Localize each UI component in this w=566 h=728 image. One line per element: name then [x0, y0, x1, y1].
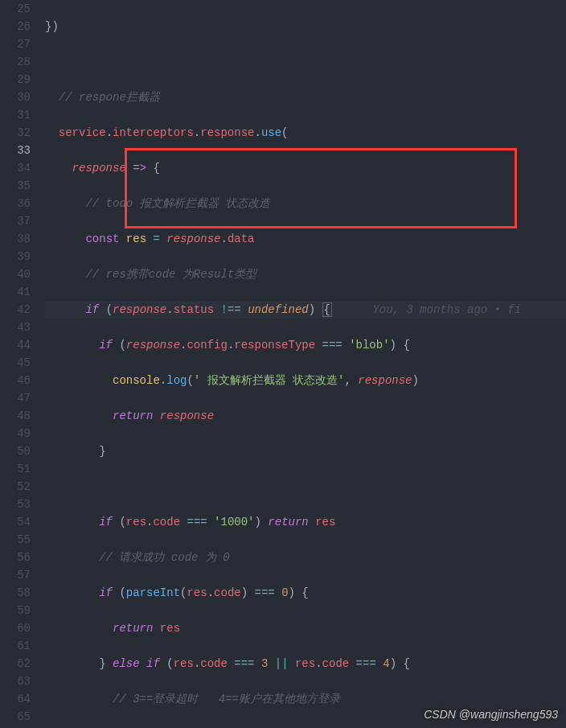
code-line[interactable]: // 3==登录超时 4==账户在其他地方登录 — [45, 690, 566, 708]
token: console — [113, 374, 160, 387]
line-number: 62 — [0, 655, 31, 672]
line-number: 31 — [0, 106, 31, 124]
token: response — [126, 339, 180, 352]
line-number-active: 33 — [0, 142, 31, 159]
token: interceptors — [113, 126, 194, 139]
code-line-active[interactable]: if (response.status !== undefined) { You… — [45, 301, 566, 319]
token: } — [99, 445, 105, 458]
git-blame-annotation: You, 3 months ago • fi — [372, 303, 521, 316]
token: code — [322, 657, 350, 670]
token: return — [113, 622, 153, 635]
code-line[interactable] — [45, 53, 566, 71]
code-editor[interactable]: 25 26 27 28 29 30 31 32 33 34 35 36 37 3… — [0, 0, 566, 728]
line-number: 53 — [0, 496, 31, 513]
line-number: 56 — [0, 549, 31, 566]
token: 'blob' — [349, 339, 389, 352]
token: 3 — [261, 657, 268, 670]
token: res — [295, 657, 315, 670]
token: const — [85, 232, 119, 245]
line-number: 45 — [0, 354, 31, 372]
line-number: 46 — [0, 372, 31, 389]
line-number: 49 — [0, 425, 31, 442]
token: status — [174, 303, 214, 316]
code-line[interactable]: console.log(' 报文解析拦截器 状态改造', response) — [45, 372, 566, 389]
line-number: 57 — [0, 566, 31, 584]
line-number-gutter: 25 26 27 28 29 30 31 32 33 34 35 36 37 3… — [0, 0, 45, 728]
token: }) — [45, 20, 59, 33]
line-number: 58 — [0, 584, 31, 602]
line-number: 52 — [0, 478, 31, 496]
line-number: 40 — [0, 265, 31, 283]
code-line[interactable]: if (response.config.responseType === 'bl… — [45, 336, 566, 354]
comment-token: // respone拦截器 — [59, 91, 160, 104]
token: res — [126, 516, 146, 529]
line-number: 28 — [0, 53, 31, 71]
code-line[interactable]: const res = response.data — [45, 230, 566, 248]
token: return — [268, 516, 308, 529]
token: response — [166, 232, 220, 245]
code-line[interactable]: return res — [45, 619, 566, 637]
line-number: 54 — [0, 513, 31, 531]
line-number: 44 — [0, 336, 31, 354]
line-number: 39 — [0, 248, 31, 265]
line-number: 51 — [0, 460, 31, 478]
line-number: 36 — [0, 195, 31, 212]
line-number: 42 — [0, 301, 31, 319]
token: else if — [113, 657, 160, 670]
code-line[interactable]: // todo 报文解析拦截器 状态改造 — [45, 195, 566, 212]
code-line[interactable]: // res携带code 为Result类型 — [45, 265, 566, 283]
token: undefined — [248, 303, 309, 316]
line-number: 48 — [0, 407, 31, 425]
line-number: 61 — [0, 637, 31, 655]
token: data — [228, 232, 255, 245]
code-line[interactable]: response => { — [45, 159, 566, 177]
code-line[interactable] — [45, 478, 566, 496]
token: responseType — [234, 339, 315, 352]
line-number: 59 — [0, 602, 31, 619]
code-line[interactable]: if (parseInt(res.code) === 0) { — [45, 584, 566, 602]
code-line[interactable]: return response — [45, 407, 566, 425]
comment-token: // 3==登录超时 4==账户在其他地方登录 — [113, 693, 340, 705]
token: res — [160, 622, 180, 635]
token: use — [261, 126, 281, 139]
token: response — [113, 303, 166, 316]
line-number: 50 — [0, 442, 31, 460]
token: code — [153, 516, 180, 529]
code-line[interactable]: // respone拦截器 — [45, 88, 566, 106]
code-line[interactable]: }) — [45, 18, 566, 35]
token: parseInt — [126, 586, 180, 599]
token: 4 — [383, 657, 389, 670]
token: res — [126, 232, 146, 245]
comment-token: // todo 报文解析拦截器 状态改造 — [85, 197, 270, 210]
comment-token: // 请求成功 code 为 0 — [99, 551, 229, 564]
code-area[interactable]: }) // respone拦截器 service.interceptors.re… — [45, 0, 566, 728]
code-line[interactable]: service.interceptors.response.use( — [45, 124, 566, 142]
line-number: 60 — [0, 619, 31, 637]
code-line[interactable]: } — [45, 442, 566, 460]
line-number: 64 — [0, 690, 31, 708]
line-number: 30 — [0, 88, 31, 106]
token: return — [113, 409, 153, 422]
code-line[interactable]: if (res.code === '1000') return res — [45, 513, 566, 531]
token: response — [200, 126, 254, 139]
code-line[interactable]: } else if (res.code === 3 || res.code ==… — [45, 655, 566, 672]
token: response — [358, 374, 412, 387]
token: response — [160, 409, 214, 422]
line-number: 55 — [0, 531, 31, 549]
line-number: 65 — [0, 708, 31, 726]
token: res — [174, 657, 194, 670]
token: res — [315, 516, 335, 529]
token: '1000' — [214, 516, 254, 529]
line-number: 27 — [0, 35, 31, 53]
code-line[interactable]: // 请求成功 code 为 0 — [45, 549, 566, 566]
line-number: 41 — [0, 283, 31, 301]
line-number: 43 — [0, 319, 31, 336]
line-number: 47 — [0, 389, 31, 407]
line-number: 32 — [0, 124, 31, 142]
comment-token: // res携带code 为Result类型 — [85, 268, 256, 281]
line-number: 37 — [0, 212, 31, 230]
token: response — [72, 162, 126, 175]
token: code — [214, 586, 241, 599]
line-number: 25 — [0, 0, 31, 18]
token: 0 — [281, 586, 288, 599]
